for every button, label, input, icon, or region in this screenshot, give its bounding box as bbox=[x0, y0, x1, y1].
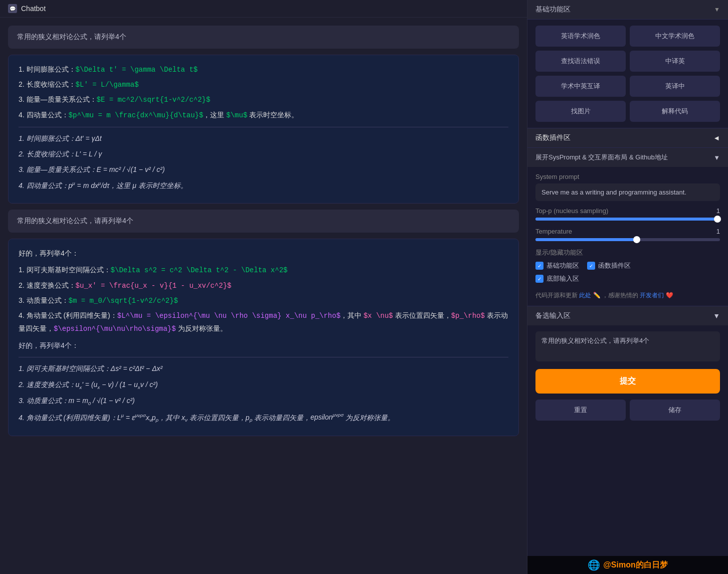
user-message-2-text: 常用的狭义相对论公式，请再列举4个 bbox=[17, 217, 133, 225]
plugin-arrow: ◄ bbox=[713, 134, 720, 142]
alt-input-arrow: ▼ bbox=[713, 312, 720, 320]
checkbox-basic-label: 基础功能区 bbox=[547, 261, 579, 270]
temperature-thumb[interactable] bbox=[633, 236, 640, 243]
sysprompt-section: 展开SysPrompt & 交互界面布局 & Github地址 ▼ System… bbox=[527, 147, 728, 306]
watermark: 🌐 @Simon的白日梦 bbox=[527, 556, 728, 574]
user-message-1-text: 常用的狭义相对论公式，请列举4个 bbox=[17, 33, 126, 41]
submit-button[interactable]: 提交 bbox=[535, 369, 720, 394]
visibility-label: 显示/隐藏功能区 bbox=[535, 248, 720, 257]
save-button[interactable]: 储存 bbox=[630, 400, 720, 421]
checkbox-basic-box[interactable]: ✓ bbox=[535, 262, 543, 270]
top-p-label: Top-p (nucleus sampling) bbox=[535, 207, 608, 215]
open-source-link[interactable]: 此处 bbox=[579, 292, 591, 299]
assistant-message-2: 好的，再列举4个： 1. 闵可夫斯基时空间隔公式：$\Delta s^2 = c… bbox=[8, 239, 519, 436]
fpurple-eps: $\epsilon^{\mu\nu\rho\sigma}$ bbox=[54, 325, 176, 333]
weibo-icon: 🌐 bbox=[588, 559, 600, 571]
chatbot-header: 💬 Chatbot bbox=[0, 0, 527, 18]
sysprompt-arrow: ▼ bbox=[713, 154, 720, 161]
formula-raw-4: 4. 四动量公式：$p^\mu = m \frac{dx^\mu}{d\tau}… bbox=[19, 109, 508, 122]
fpurple-L: $L^\mu = \epsilon^{\mu \nu \rho \sigma} … bbox=[117, 312, 340, 320]
btn-zh-to-en[interactable]: 中译英 bbox=[630, 51, 720, 72]
btn-explain-code[interactable]: 解释代码 bbox=[630, 101, 720, 122]
checkbox-row-2: ✓ 底部输入区 bbox=[535, 274, 720, 283]
fpink-x: $x \nu$ bbox=[363, 312, 393, 320]
top-p-fill bbox=[535, 218, 720, 221]
temperature-track[interactable] bbox=[535, 238, 720, 241]
temperature-label-row: Temperature 1 bbox=[535, 228, 720, 235]
open-source-text-before: 代码开源和更新 bbox=[535, 292, 578, 299]
rendered2-2: 2. 速度变换公式：ux' = (ux − v) / (1 − uxv / c²… bbox=[19, 378, 508, 392]
checkbox-plugin-box[interactable]: ✓ bbox=[587, 262, 595, 270]
btn-zh-academic[interactable]: 中文学术润色 bbox=[630, 26, 720, 47]
submit-label: 提交 bbox=[620, 376, 636, 385]
checkbox-bottom-label: 底部输入区 bbox=[547, 274, 579, 283]
btn-en-to-zh[interactable]: 英译中 bbox=[630, 76, 720, 97]
system-prompt-value: Serve me as a writing and programming as… bbox=[535, 183, 720, 201]
rendered-3: 3. 能量—质量关系公式：E = mc² / √(1 − v² / c²) bbox=[19, 163, 508, 176]
fpink-p: $p_\rho$ bbox=[451, 312, 485, 320]
alt-input-section: 备选输入区 ▼ 常用的狭义相对论公式，请再列举4个 提交 重置 储存 bbox=[527, 306, 728, 427]
formula2-raw-4: 4. 角动量公式 (利用四维矢量)：$L^\mu = \epsilon^{\mu… bbox=[19, 309, 508, 335]
formula-list-raw: 1. 时间膨胀公式：$\Delta t' = \gamma \Delta t$ … bbox=[19, 63, 508, 122]
chat-area: 常用的狭义相对论公式，请列举4个 1. 时间膨胀公式：$\Delta t' = … bbox=[0, 18, 527, 574]
divider-1 bbox=[19, 127, 508, 127]
alt-input-header: 备选输入区 ▼ bbox=[527, 306, 728, 325]
rendered-2: 2. 长度收缩公式：L' = L / γ bbox=[19, 148, 508, 160]
btn-grammar[interactable]: 查找语法错误 bbox=[535, 51, 626, 72]
formula-green-1: $\Delta t' = \gamma \Delta t$ bbox=[76, 66, 198, 74]
fgreen-m: $m = m_0/\sqrt{1-v^2/c^2}$ bbox=[69, 297, 178, 305]
sysprompt-header: 展开SysPrompt & 交互界面布局 & Github地址 ▼ bbox=[527, 148, 728, 167]
open-source-row: 代码开源和更新 此处 ✏️ ，感谢热情的 开发者们 ❤️ bbox=[535, 287, 720, 300]
basic-functions-grid: 英语学术润色 中文学术润色 查找语法错误 中译英 学术中英互译 英译中 找图片 … bbox=[527, 20, 728, 128]
basic-functions-header: 基础功能区 ▼ bbox=[527, 0, 728, 20]
alt-input-textarea[interactable]: 常用的狭义相对论公式，请再列举4个 bbox=[535, 331, 720, 361]
temperature-row: Temperature 1 bbox=[535, 228, 720, 241]
top-p-value: 1 bbox=[716, 207, 720, 215]
bottom-buttons: 重置 储存 bbox=[527, 396, 728, 427]
good-text-2: 好的，再列举4个： bbox=[19, 339, 508, 352]
basic-functions-arrow: ▼ bbox=[714, 6, 720, 13]
rendered2-3: 3. 动质量公式：m = m0 / √(1 − v² / c²) bbox=[19, 395, 508, 408]
top-p-thumb[interactable] bbox=[714, 216, 721, 223]
user-message-1: 常用的狭义相对论公式，请列举4个 bbox=[8, 26, 519, 49]
temperature-fill bbox=[535, 238, 637, 241]
checkbox-plugin[interactable]: ✓ 函数插件区 bbox=[587, 261, 631, 270]
formula-green-4: $p^\mu = m \frac{dx^\mu}{d\tau}$ bbox=[69, 111, 204, 119]
contributors-link[interactable]: 开发者们 bbox=[640, 292, 664, 299]
rendered-1: 1. 时间膨胀公式：Δt' = γΔt bbox=[19, 132, 508, 145]
chatbot-title: Chatbot bbox=[21, 5, 46, 13]
plugin-label: 函数插件区 bbox=[535, 133, 571, 142]
open-source-text-after: ，感谢热情的 bbox=[602, 292, 638, 299]
fpink-u: $u_x' = \frac{u_x - v}{1 - u_xv/c^2}$ bbox=[76, 282, 232, 290]
system-prompt-label: System prompt bbox=[535, 173, 720, 180]
rendered2-1: 1. 闵可夫斯基时空间隔公式：Δs² = c²Δt² − Δx² bbox=[19, 362, 508, 375]
top-p-label-row: Top-p (nucleus sampling) 1 bbox=[535, 207, 720, 215]
top-p-track[interactable] bbox=[535, 218, 720, 221]
save-label: 储存 bbox=[668, 406, 681, 414]
reset-button[interactable]: 重置 bbox=[535, 400, 626, 421]
checkbox-bottom-box[interactable]: ✓ bbox=[535, 275, 543, 283]
right-panel: 基础功能区 ▼ 英语学术润色 中文学术润色 查找语法错误 中译英 学术中英互译 … bbox=[527, 0, 728, 574]
temperature-label: Temperature bbox=[535, 228, 572, 235]
formula-raw-1: 1. 时间膨胀公式：$\Delta t' = \gamma \Delta t$ bbox=[19, 63, 508, 76]
rendered-4: 4. 四动量公式：pμ = m dxμ/dτ，这里 μ 表示时空坐标。 bbox=[19, 179, 508, 192]
btn-academic-translate[interactable]: 学术中英互译 bbox=[535, 76, 626, 97]
btn-en-academic[interactable]: 英语学术润色 bbox=[535, 26, 626, 47]
alt-input-label: 备选输入区 bbox=[535, 311, 571, 320]
checkbox-bottom[interactable]: ✓ 底部输入区 bbox=[535, 274, 579, 283]
rendered-formulas-1: 1. 时间膨胀公式：Δt' = γΔt 2. 长度收缩公式：L' = L / γ… bbox=[19, 132, 508, 192]
checkbox-basic[interactable]: ✓ 基础功能区 bbox=[535, 261, 579, 270]
btn-find-image[interactable]: 找图片 bbox=[535, 101, 626, 122]
temperature-value: 1 bbox=[716, 228, 720, 235]
formula-green-mu: $\mu$ bbox=[226, 111, 247, 119]
watermark-text: @Simon的白日梦 bbox=[603, 560, 668, 570]
fgreen-s2: $\Delta s^2 = c^2 \Delta t^2 - \Delta x^… bbox=[111, 266, 288, 274]
formula-green-3: $E = mc^2/\sqrt{1-v^2/c^2}$ bbox=[97, 96, 211, 104]
visibility-section: 显示/隐藏功能区 ✓ 基础功能区 ✓ 函数插件区 ✓ 底部输入区 bbox=[535, 248, 720, 283]
formula-raw-2: 2. 长度收缩公式：$L' = L/\gamma$ bbox=[19, 78, 508, 91]
plugin-section-header: 函数插件区 ◄ bbox=[527, 128, 728, 147]
sysprompt-body: System prompt Serve me as a writing and … bbox=[527, 167, 728, 306]
formula2-raw-1: 1. 闵可夫斯基时空间隔公式：$\Delta s^2 = c^2 \Delta … bbox=[19, 264, 508, 277]
formula-raw-3: 3. 能量—质量关系公式：$E = mc^2/\sqrt{1-v^2/c^2}$ bbox=[19, 93, 508, 106]
chat-panel: 💬 Chatbot 常用的狭义相对论公式，请列举4个 1. 时间膨胀公式：$\D… bbox=[0, 0, 527, 574]
